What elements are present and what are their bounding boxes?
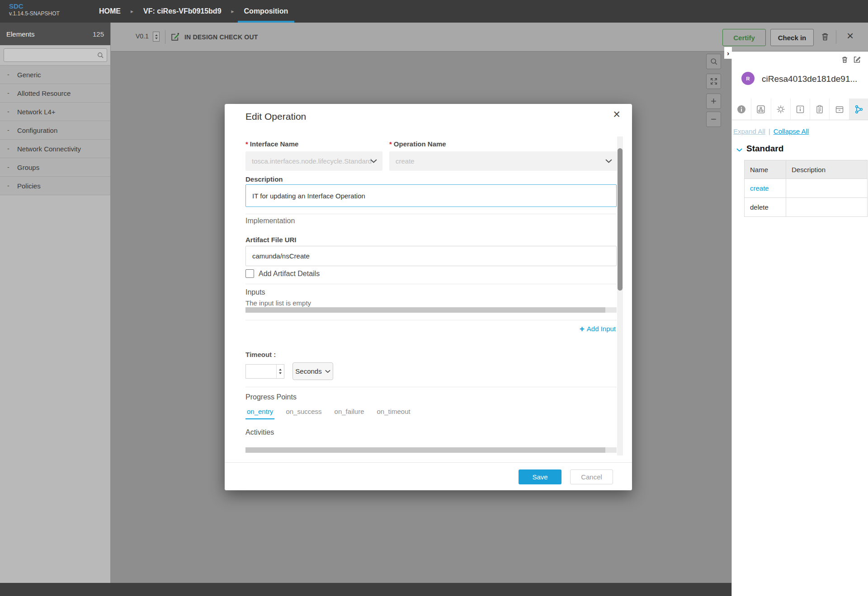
add-artifact-label: Add Artifact Details <box>259 270 320 278</box>
panel-tabs <box>732 99 868 120</box>
table-header-row: Name Description <box>745 160 867 179</box>
description-input[interactable]: IT for updating an Interface Operation <box>245 184 617 207</box>
operation-delete-label[interactable]: delete <box>745 198 786 216</box>
panel-collapse-toggle[interactable]: › <box>724 47 732 59</box>
tab-information[interactable] <box>791 99 810 120</box>
sidebar-item-network-connectivity[interactable]: - Network Connectivity <box>0 140 110 158</box>
chevron-right-icon: › <box>727 49 729 57</box>
dash-icon: - <box>7 127 9 134</box>
substitution-icon <box>756 104 766 114</box>
zoom-out-button[interactable]: − <box>706 112 721 127</box>
elements-sidebar: Elements 125 - Generic - Allotted Resour… <box>0 23 111 583</box>
dash-icon: - <box>7 164 9 171</box>
activities-heading: Activities <box>245 428 274 436</box>
sidebar-item-label: Configuration <box>17 127 57 134</box>
tab-operations[interactable] <box>849 99 868 120</box>
tab-settings[interactable] <box>771 99 791 120</box>
divider <box>245 387 617 387</box>
version-selector[interactable]: V0.1 <box>136 33 149 40</box>
minus-icon: − <box>711 113 717 125</box>
tab-deployment[interactable] <box>830 99 849 120</box>
delete-icon[interactable] <box>821 32 830 42</box>
modal-close-icon[interactable]: × <box>613 108 620 121</box>
sidebar-item-generic[interactable]: - Generic <box>0 66 110 84</box>
operations-table: Name Description create delete <box>744 160 868 217</box>
info-box-icon <box>795 104 805 114</box>
table-row[interactable]: delete <box>745 198 867 217</box>
expand-all-link[interactable]: Expand All <box>733 127 765 135</box>
spinner-up-icon <box>155 34 158 36</box>
interface-name-value: tosca.interfaces.node.lifecycle.Standard <box>252 157 372 165</box>
sidebar-item-label: Generic <box>17 71 41 79</box>
artifact-uri-input[interactable]: camunda/nsCreate <box>245 246 617 266</box>
breadcrumb-arrow-icon: ▸ <box>228 0 238 23</box>
spinner-down-icon <box>155 38 158 39</box>
chevron-down-icon <box>605 159 612 163</box>
cancel-button[interactable]: Cancel <box>570 469 613 484</box>
app-version: v.1.14.5-SNAPSHOT <box>9 10 60 17</box>
activities-horizontal-scrollbar[interactable] <box>245 447 617 453</box>
elements-header: Elements 125 <box>0 23 110 45</box>
toolbar-divider <box>836 30 836 44</box>
breadcrumb-vf[interactable]: VF: ciRes-VFb0915bd9 <box>137 0 228 23</box>
timeout-input[interactable] <box>245 364 284 379</box>
plus-icon: + <box>711 95 717 107</box>
standard-section-header[interactable]: Standard <box>736 144 783 154</box>
inputs-heading: Inputs <box>245 288 265 296</box>
breadcrumb-arrow-icon: ▸ <box>127 0 137 23</box>
breadcrumb-composition[interactable]: Composition <box>238 0 295 23</box>
timeout-spinner[interactable] <box>276 365 284 378</box>
add-artifact-checkbox[interactable] <box>245 269 254 278</box>
breadcrumb-home[interactable]: HOME <box>93 0 127 23</box>
sidebar-item-allotted-resource[interactable]: - Allotted Resource <box>0 84 110 103</box>
tab-on-entry[interactable]: on_entry <box>245 408 274 419</box>
sidebar-item-groups[interactable]: - Groups <box>0 158 110 177</box>
tab-requirements[interactable] <box>810 99 830 120</box>
scrollbar-thumb[interactable] <box>618 148 623 291</box>
canvas-fit-button[interactable] <box>706 74 721 89</box>
tab-composition[interactable] <box>751 99 771 120</box>
table-row[interactable]: create <box>745 179 867 198</box>
lifecycle-status-text: IN DESIGN CHECK OUT <box>184 33 258 41</box>
required-asterisk: * <box>389 140 392 148</box>
save-button[interactable]: Save <box>519 469 561 484</box>
close-composition-icon[interactable]: × <box>847 30 854 42</box>
sidebar-item-policies[interactable]: - Policies <box>0 177 110 195</box>
certify-button[interactable]: Certify <box>722 29 766 46</box>
interface-name-select[interactable]: tosca.interfaces.node.lifecycle.Standard <box>245 151 382 171</box>
edit-icon[interactable] <box>853 56 861 66</box>
version-spinner[interactable] <box>153 32 160 42</box>
gear-icon <box>776 104 786 114</box>
add-input-button[interactable]: + Add Input <box>580 324 616 333</box>
composition-toolbar: V0.1 IN DESIGN CHECK OUT Certify Check i… <box>111 23 868 52</box>
collapse-all-link[interactable]: Collapse All <box>774 127 809 135</box>
dash-icon: - <box>7 108 9 115</box>
dash-icon: - <box>7 182 9 189</box>
tab-on-timeout[interactable]: on_timeout <box>375 408 411 419</box>
chevron-down-icon <box>325 370 330 373</box>
trash-icon[interactable] <box>841 56 849 66</box>
archive-box-icon <box>835 104 844 114</box>
logo-text: SDC <box>9 2 60 10</box>
component-details-panel: R ciResa4013de181de91... Expand All | Co… <box>731 52 868 596</box>
operation-name-select[interactable]: create <box>389 151 618 171</box>
sidebar-item-network-l4[interactable]: - Network L4+ <box>0 103 110 121</box>
dash-icon: - <box>7 71 9 78</box>
clipboard-icon <box>815 104 825 114</box>
canvas-search-button[interactable] <box>706 54 721 69</box>
search-icon <box>710 57 718 66</box>
tab-on-failure[interactable]: on_failure <box>333 408 366 419</box>
inputs-horizontal-scrollbar[interactable] <box>245 307 617 313</box>
col-header-name: Name <box>745 160 786 178</box>
operation-create-link[interactable]: create <box>745 179 786 197</box>
timeout-unit-select[interactable]: Seconds <box>292 362 333 380</box>
checkin-button[interactable]: Check in <box>770 29 814 46</box>
sidebar-item-configuration[interactable]: - Configuration <box>0 121 110 140</box>
scrollbar-thumb[interactable] <box>245 307 605 313</box>
zoom-in-button[interactable]: + <box>706 94 721 109</box>
tab-on-success[interactable]: on_success <box>284 408 323 419</box>
scrollbar-thumb[interactable] <box>245 447 605 453</box>
tab-general-info[interactable] <box>732 99 751 120</box>
elements-search-input[interactable] <box>4 48 107 62</box>
modal-vertical-scrollbar[interactable] <box>617 136 623 455</box>
